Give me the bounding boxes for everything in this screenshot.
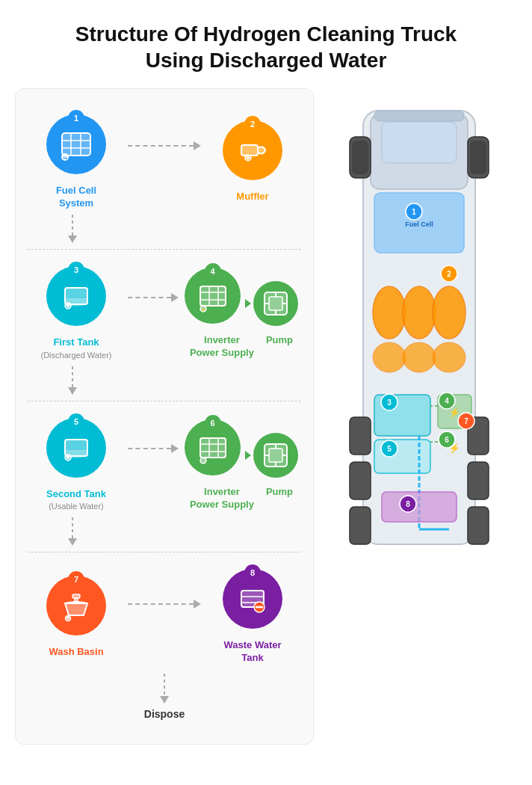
diagram-panel: 1 H₂ Fuel CellSy bbox=[15, 88, 314, 745]
flow-item-4: 4 ⚡ bbox=[182, 257, 301, 360]
dispose-label: Dispose bbox=[144, 708, 185, 720]
svg-rect-57 bbox=[374, 111, 464, 121]
item-label-3: First Tank(Discharged Water) bbox=[41, 336, 112, 362]
svg-point-72 bbox=[433, 286, 466, 339]
svg-rect-63 bbox=[350, 462, 371, 499]
svg-text:5: 5 bbox=[387, 445, 392, 453]
flow-item-6: 6 bbox=[182, 409, 301, 511]
truck-illustration: Fuel Cell bbox=[333, 96, 505, 656]
arrow-v-2 bbox=[28, 366, 301, 395]
page-title: Structure Of Hydrogen Cleaning Truck Usi… bbox=[0, 0, 532, 88]
svg-rect-15 bbox=[200, 286, 226, 306]
item-label-5: Second Tank(Usable Water) bbox=[46, 488, 106, 514]
truck-panel: Fuel Cell bbox=[321, 88, 517, 656]
svg-text:4: 4 bbox=[445, 397, 449, 405]
svg-rect-7 bbox=[241, 145, 258, 156]
flow-item-1: 1 H₂ Fuel CellSy bbox=[28, 104, 125, 210]
svg-text:2: 2 bbox=[447, 270, 451, 278]
dispose-section: Dispose bbox=[28, 669, 301, 732]
svg-rect-32 bbox=[200, 438, 226, 458]
badge-6: 6 bbox=[205, 415, 221, 431]
pump-arrow-1 bbox=[245, 299, 251, 308]
arrow-7-8 bbox=[125, 600, 204, 609]
flow-item-7: 7 bbox=[28, 565, 125, 659]
flow-item-2: 2 Muffler bbox=[204, 110, 301, 203]
flow-item-3: 3 First Tank(Discharged Water) bbox=[28, 256, 125, 362]
svg-text:1: 1 bbox=[412, 208, 416, 216]
arrow-v-3 bbox=[28, 517, 301, 546]
flow-row-4: 7 bbox=[28, 558, 301, 665]
svg-text:Fuel Cell: Fuel Cell bbox=[405, 221, 433, 228]
arrow-5-6 bbox=[125, 444, 182, 453]
svg-point-37 bbox=[200, 458, 206, 464]
svg-text:⚡: ⚡ bbox=[448, 442, 461, 455]
item-label-2: Muffler bbox=[236, 191, 268, 203]
svg-rect-0 bbox=[62, 133, 90, 156]
item-label-7: Wash Basin bbox=[49, 646, 103, 659]
badge-3: 3 bbox=[68, 262, 84, 278]
svg-text:3: 3 bbox=[387, 398, 392, 407]
arrow-v-1 bbox=[28, 215, 301, 243]
badge-4: 4 bbox=[205, 263, 221, 280]
badge-2: 2 bbox=[244, 116, 261, 132]
badge-7: 7 bbox=[68, 571, 84, 588]
svg-rect-56 bbox=[382, 122, 457, 163]
svg-point-73 bbox=[373, 342, 406, 372]
arrow-1-2 bbox=[125, 141, 204, 150]
pump-icon-1 bbox=[253, 281, 298, 326]
svg-point-70 bbox=[373, 286, 406, 339]
svg-rect-65 bbox=[468, 462, 489, 499]
pump-label-1: Pump bbox=[263, 334, 293, 347]
svg-rect-62 bbox=[350, 417, 371, 455]
svg-rect-59 bbox=[352, 141, 368, 174]
flow-row-2: 3 First Tank(Discharged Water) bbox=[28, 256, 301, 362]
badge-1: 1 bbox=[68, 110, 84, 126]
item-label-8: Waste WaterTank bbox=[223, 639, 281, 665]
item-label-6: InverterPower Supply bbox=[190, 486, 254, 511]
svg-rect-23 bbox=[269, 297, 282, 310]
svg-rect-81 bbox=[382, 492, 457, 522]
badge-5: 5 bbox=[68, 413, 84, 430]
svg-text:8: 8 bbox=[406, 500, 410, 508]
pump-label-2: Pump bbox=[263, 486, 293, 499]
svg-rect-66 bbox=[350, 507, 371, 544]
arrow-3-4 bbox=[125, 293, 182, 302]
svg-rect-61 bbox=[470, 141, 486, 174]
svg-text:⚡: ⚡ bbox=[448, 406, 461, 419]
flow-row-3: 5 Second Tank(Usable Water) bbox=[28, 407, 301, 514]
svg-text:H₂: H₂ bbox=[63, 156, 67, 160]
svg-text:⚡: ⚡ bbox=[201, 307, 206, 313]
svg-text:7: 7 bbox=[464, 417, 468, 425]
svg-point-71 bbox=[403, 286, 436, 339]
main-content: 1 H₂ Fuel CellSy bbox=[0, 88, 532, 760]
pump-icon-2 bbox=[253, 433, 298, 478]
svg-rect-39 bbox=[269, 449, 282, 462]
flow-item-5: 5 Second Tank(Usable Water) bbox=[28, 407, 125, 514]
item-label-4: InverterPower Supply bbox=[190, 334, 254, 360]
flow-row-1: 1 H₂ Fuel CellSy bbox=[28, 104, 301, 210]
flow-item-8: 8 Waste WaterTank bbox=[204, 558, 301, 665]
svg-point-75 bbox=[433, 342, 466, 372]
svg-rect-67 bbox=[468, 507, 489, 544]
pump-arrow-2 bbox=[245, 451, 251, 460]
svg-rect-45 bbox=[75, 598, 78, 603]
svg-point-74 bbox=[403, 342, 436, 372]
item-label-1: Fuel CellSystem bbox=[56, 185, 96, 210]
badge-8: 8 bbox=[244, 564, 261, 581]
dispose-arrow bbox=[157, 674, 172, 704]
